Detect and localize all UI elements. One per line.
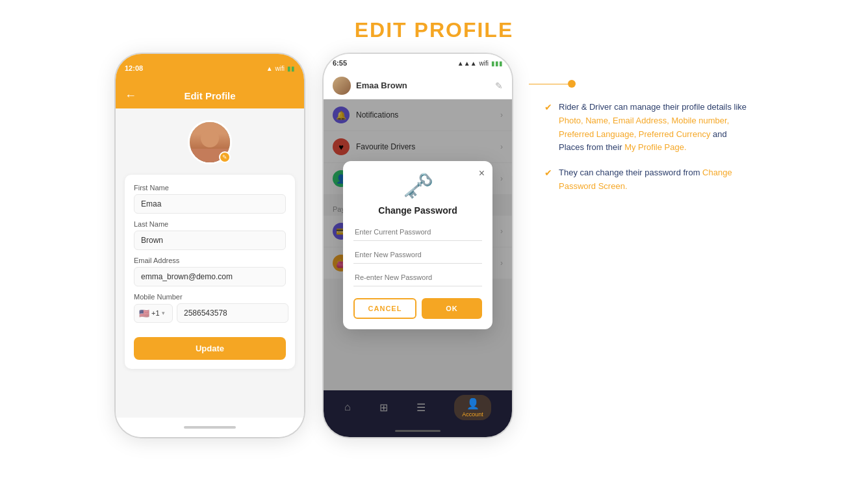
nav-home[interactable]: ⌂ <box>344 401 351 413</box>
phone2-username: Emaa Brown <box>356 81 490 90</box>
phone1-status-icons: ▲ wifi ▮▮ <box>266 65 295 72</box>
mobile-input[interactable] <box>177 303 288 323</box>
phone2-status-icons: ▲▲▲ wifi ▮▮▮ <box>457 60 503 67</box>
modal-buttons: CANCEL OK <box>353 298 482 319</box>
email-label: Email Address <box>134 257 286 264</box>
nav-menu[interactable]: ⊞ <box>379 401 388 414</box>
modal-overlay: × 🗝️ Change Password CANCEL OK <box>324 99 512 390</box>
info-section: ✔ Rider & Driver can manage their profil… <box>531 54 752 205</box>
phone1-notch: 12:08 ▲ wifi ▮▮ <box>116 54 304 82</box>
bottom-nav: ⌂ ⊞ ☰ 👤 Account <box>324 390 512 424</box>
change-password-modal: × 🗝️ Change Password CANCEL OK <box>343 161 492 329</box>
edit-profile-icon[interactable]: ✎ <box>495 81 503 91</box>
modal-title: Change Password <box>353 205 482 216</box>
avatar-edit-badge[interactable]: ✎ <box>219 151 231 163</box>
first-name-group: First Name <box>134 184 286 214</box>
modal-close-button[interactable]: × <box>479 168 485 179</box>
home-indicator2 <box>395 430 440 432</box>
phone2-header: Emaa Brown ✎ <box>324 72 512 99</box>
phone1-header: ← Edit Profile <box>116 82 304 108</box>
info-text-1: Rider & Driver can manage their profile … <box>559 101 752 155</box>
account-nav-label: Account <box>462 411 483 418</box>
info-point-1: ✔ Rider & Driver can manage their profil… <box>544 101 752 155</box>
last-name-group: Last Name <box>134 220 286 250</box>
country-code: +1 <box>151 309 160 317</box>
phone1-header-title: Edit Profile <box>184 90 235 101</box>
update-button[interactable]: Update <box>134 337 286 360</box>
battery-icon: ▮▮▮ <box>491 60 503 67</box>
last-name-label: Last Name <box>134 220 286 228</box>
country-code-select[interactable]: 🇺🇸 +1 ▾ <box>134 304 173 323</box>
phone2-home-indicator-bar <box>324 424 512 437</box>
wifi-icon: wifi <box>275 65 285 72</box>
chevron-down-icon: ▾ <box>162 310 165 316</box>
first-name-input[interactable] <box>134 194 286 214</box>
new-password-input[interactable] <box>353 246 482 264</box>
avatar-container: ✎ <box>188 120 232 164</box>
battery-icon: ▮▮ <box>287 65 295 72</box>
first-name-label: First Name <box>134 184 286 192</box>
check-icon-2: ✔ <box>544 168 552 178</box>
ok-button[interactable]: OK <box>422 298 482 319</box>
phone2-body: 🔔 Notifications › ♥ Favourite Drivers › … <box>324 99 512 390</box>
account-icon: 👤 <box>466 397 479 410</box>
home-icon: ⌂ <box>344 401 351 413</box>
email-group: Email Address <box>134 257 286 286</box>
phone-account: 6:55 ▲▲▲ wifi ▮▮▮ Emaa Brown ✎ 🔔 Notific… <box>324 54 512 437</box>
phone-edit-profile: 12:08 ▲ wifi ▮▮ ← Edit Profile <box>116 54 304 437</box>
phone1-body: ✎ First Name Last Name Email Address Mob… <box>116 108 304 418</box>
wifi-icon: wifi <box>479 60 489 67</box>
connector <box>529 80 752 88</box>
email-input[interactable] <box>134 267 286 286</box>
mobile-label: Mobile Number <box>134 293 286 301</box>
phone-row: 🇺🇸 +1 ▾ <box>134 303 286 323</box>
info-point-2: ✔ They can change their password from Ch… <box>544 166 752 194</box>
flag-icon: 🇺🇸 <box>139 308 149 318</box>
signal-icon: ▲▲▲ <box>457 60 477 67</box>
confirm-password-input[interactable] <box>353 269 482 286</box>
menu-icon: ⊞ <box>379 401 388 414</box>
home-indicator <box>184 426 236 429</box>
rides-icon: ☰ <box>416 401 426 414</box>
nav-account[interactable]: 👤 Account <box>454 395 491 420</box>
bullet-dot <box>568 80 576 88</box>
phone2-notch: 6:55 ▲▲▲ wifi ▮▮▮ <box>324 54 512 72</box>
password-key-icon: 🗝️ <box>403 171 433 200</box>
signal-icon: ▲ <box>266 65 273 72</box>
last-name-input[interactable] <box>134 231 286 250</box>
edit-profile-form: First Name Last Name Email Address Mobil… <box>125 175 295 369</box>
current-password-input[interactable] <box>353 223 482 241</box>
connector-line <box>529 84 568 84</box>
back-button[interactable]: ← <box>125 89 136 103</box>
check-icon-1: ✔ <box>544 102 552 112</box>
cancel-button[interactable]: CANCEL <box>353 298 416 319</box>
info-text-2: They can change their password from Chan… <box>559 166 752 194</box>
mobile-group: Mobile Number 🇺🇸 +1 ▾ <box>134 293 286 323</box>
nav-rides[interactable]: ☰ <box>416 401 426 414</box>
phone2-time: 6:55 <box>333 59 347 67</box>
phone1-time: 12:08 <box>125 64 143 72</box>
modal-icon-area: 🗝️ <box>353 171 482 200</box>
phone2-avatar <box>333 77 351 95</box>
page-title: EDIT PROFILE <box>355 18 513 42</box>
content-row: 12:08 ▲ wifi ▮▮ ← Edit Profile <box>0 54 868 437</box>
phone1-bottom-bar <box>116 418 304 437</box>
